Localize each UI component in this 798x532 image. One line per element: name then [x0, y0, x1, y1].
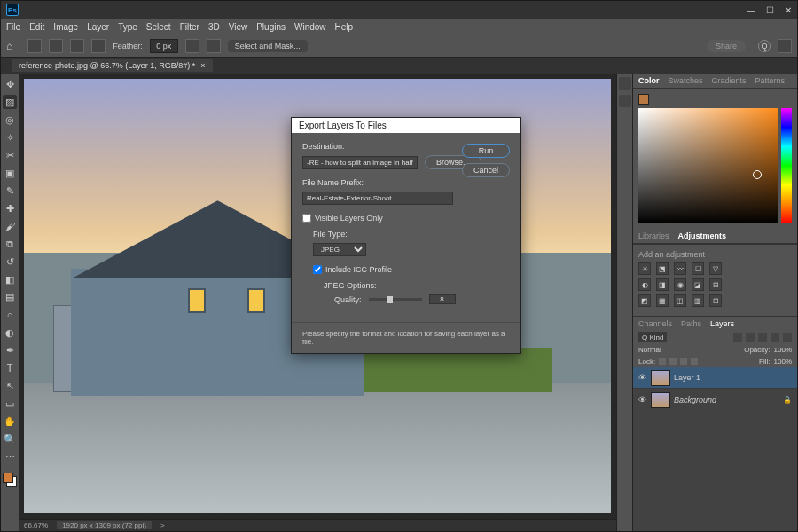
tab-adjustments[interactable]: Adjustments	[678, 231, 727, 240]
marquee-tool-icon[interactable]: ▨	[3, 95, 17, 109]
crop-tool-icon[interactable]: ✂	[3, 148, 17, 162]
run-button[interactable]: Run	[462, 144, 510, 158]
color-lookup-icon[interactable]: ⊞	[709, 278, 722, 291]
layer-name[interactable]: Background	[674, 395, 779, 404]
quick-search-icon[interactable]: Q	[758, 40, 771, 52]
move-tool-icon[interactable]: ✥	[3, 77, 17, 91]
selection-subtract-icon[interactable]	[70, 39, 84, 53]
kind-filter[interactable]: Q Kind	[638, 332, 667, 342]
menu-image[interactable]: Image	[53, 22, 78, 32]
zoom-level[interactable]: 66.67%	[24, 521, 48, 529]
fill-input[interactable]: 100%	[774, 357, 792, 365]
gradient-tool-icon[interactable]: ▤	[3, 290, 17, 304]
menu-layer[interactable]: Layer	[87, 22, 109, 32]
color-swatches[interactable]	[3, 473, 17, 487]
blend-mode-select[interactable]: Normal	[638, 346, 661, 354]
share-button[interactable]: Share	[707, 40, 746, 52]
gradient-map-icon[interactable]: ▥	[692, 294, 704, 307]
filter-shape-icon[interactable]	[771, 333, 779, 342]
levels-icon[interactable]: ⬔	[656, 262, 669, 275]
menu-type[interactable]: Type	[118, 22, 137, 32]
cancel-button[interactable]: Cancel	[462, 163, 510, 177]
eraser-tool-icon[interactable]: ◧	[3, 272, 17, 286]
maximize-icon[interactable]: ☐	[766, 5, 774, 15]
select-mask-button[interactable]: Select and Mask...	[228, 40, 308, 52]
collapsed-panel-icon[interactable]	[619, 95, 631, 107]
threshold-icon[interactable]: ◫	[674, 294, 686, 307]
filter-adjust-icon[interactable]	[746, 333, 755, 342]
visibility-icon[interactable]: 👁	[638, 395, 647, 404]
visible-only-check-icon[interactable]	[302, 214, 311, 223]
tab-paths[interactable]: Paths	[681, 319, 701, 328]
hue-slider[interactable]	[781, 108, 792, 223]
invert-icon[interactable]: ◩	[638, 294, 651, 307]
photo-filter-icon[interactable]: ◉	[674, 278, 686, 291]
posterize-icon[interactable]: ▦	[656, 294, 669, 307]
tab-swatches[interactable]: Swatches	[669, 76, 703, 85]
doc-info[interactable]: 1920 px x 1309 px (72 ppi)	[57, 521, 152, 529]
pen-tool-icon[interactable]: ✒	[3, 343, 17, 357]
heal-tool-icon[interactable]: ✚	[3, 201, 17, 215]
color-picker[interactable]	[638, 108, 792, 223]
menu-edit[interactable]: Edit	[29, 22, 44, 32]
frame-tool-icon[interactable]: ▣	[3, 166, 17, 180]
quality-slider[interactable]	[369, 298, 422, 301]
brush-tool-icon[interactable]: 🖌	[3, 219, 17, 233]
canvas[interactable]: Export Layers To Files Run Cancel Destin…	[19, 74, 616, 519]
bw-icon[interactable]: ◨	[656, 278, 669, 291]
menu-select[interactable]: Select	[146, 22, 171, 32]
filetype-select[interactable]: JPEG	[313, 243, 366, 256]
quality-input[interactable]	[429, 294, 456, 304]
more-tools-icon[interactable]: ⋯	[3, 450, 17, 464]
wand-tool-icon[interactable]: ✧	[3, 130, 17, 145]
close-icon[interactable]: ✕	[785, 5, 792, 15]
document-tab[interactable]: reference-photo.jpg @ 66.7% (Layer 1, RG…	[12, 59, 213, 72]
stamp-tool-icon[interactable]: ⧉	[3, 237, 17, 251]
layer-name[interactable]: Layer 1	[674, 373, 792, 382]
foreground-color-icon[interactable]	[3, 473, 13, 483]
tab-layers[interactable]: Layers	[710, 319, 734, 328]
menu-help[interactable]: Help	[335, 22, 354, 32]
collapsed-panel-icon[interactable]	[619, 77, 631, 90]
lasso-tool-icon[interactable]: ◎	[3, 113, 17, 127]
menu-3d[interactable]: 3D	[208, 22, 220, 32]
selection-intersect-icon[interactable]	[91, 39, 106, 53]
minimize-icon[interactable]: —	[747, 5, 755, 15]
history-brush-tool-icon[interactable]: ↺	[3, 254, 17, 269]
include-icc-check-icon[interactable]	[313, 265, 322, 274]
vibrance-icon[interactable]: ▽	[709, 262, 722, 275]
destination-input[interactable]	[302, 156, 418, 169]
antialias-icon[interactable]	[185, 39, 200, 53]
type-tool-icon[interactable]: T	[3, 361, 17, 375]
feather-input[interactable]	[150, 39, 178, 53]
zoom-tool-icon[interactable]: 🔍	[3, 432, 17, 446]
tab-gradients[interactable]: Gradients	[712, 76, 747, 85]
blur-tool-icon[interactable]: ○	[3, 308, 17, 322]
layer-row[interactable]: 👁 Background 🔒	[633, 389, 797, 411]
selection-new-icon[interactable]	[27, 39, 42, 53]
filter-image-icon[interactable]	[733, 333, 742, 342]
tab-color[interactable]: Color	[638, 76, 660, 85]
dodge-tool-icon[interactable]: ◐	[3, 325, 17, 340]
color-field[interactable]	[638, 108, 778, 223]
visibility-icon[interactable]: 👁	[638, 373, 647, 382]
hue-icon[interactable]: ◐	[638, 278, 651, 291]
brightness-icon[interactable]: ☀	[638, 262, 651, 275]
tab-libraries[interactable]: Libraries	[638, 231, 669, 240]
lock-position-icon[interactable]	[669, 358, 677, 365]
selective-color-icon[interactable]: ⊡	[709, 294, 722, 307]
tab-close-icon[interactable]: ×	[200, 61, 205, 70]
shape-tool-icon[interactable]: ▭	[3, 396, 17, 411]
include-icc-checkbox[interactable]: Include ICC Profile	[313, 265, 510, 274]
menu-window[interactable]: Window	[294, 22, 326, 32]
lock-all-icon[interactable]	[680, 358, 687, 365]
home-icon[interactable]: ⌂	[6, 40, 12, 52]
menu-file[interactable]: File	[6, 22, 20, 32]
eyedropper-tool-icon[interactable]: ✎	[3, 184, 17, 198]
tab-patterns[interactable]: Patterns	[755, 76, 786, 85]
filter-smart-icon[interactable]	[783, 333, 792, 342]
lock-pixels-icon[interactable]	[659, 358, 666, 365]
hand-tool-icon[interactable]: ✋	[3, 414, 17, 428]
layer-row[interactable]: 👁 Layer 1	[633, 367, 797, 389]
style-icon[interactable]	[207, 39, 221, 53]
